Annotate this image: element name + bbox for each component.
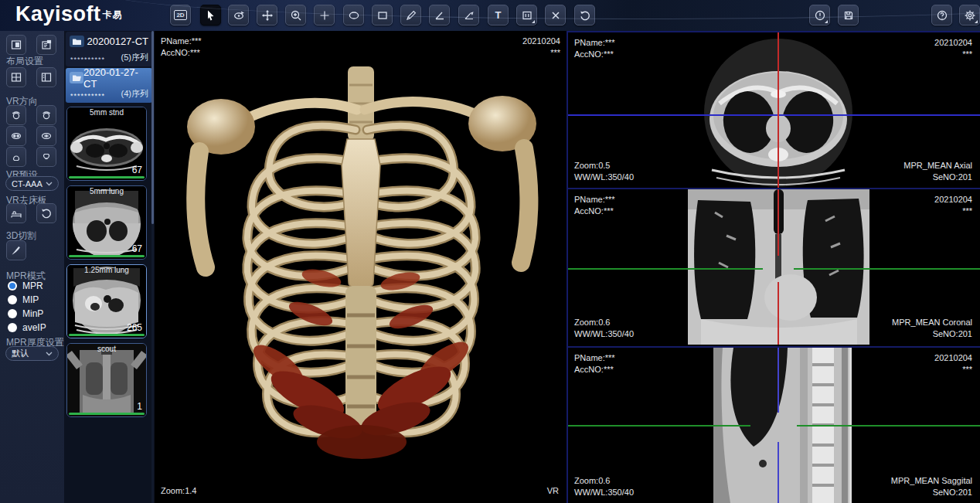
axial-crosshair-vertical-red[interactable] [778,32,779,188]
vr-ribcage-rendering [155,31,568,503]
tool-cobb-angle-button[interactable] [458,5,479,25]
app-logo-cn: 卡易 [103,9,123,20]
thumbnail-progress-bar [69,176,145,178]
layout-single-icon [10,39,22,51]
coronal-crosshair-vertical-red[interactable] [778,282,779,345]
study-item-1[interactable]: 20200127-CT ********** (5)序列 [66,32,152,66]
pname-overlay: PName:*** [574,352,615,364]
vr-orient-top-button[interactable] [6,147,26,167]
view-label-overlay: MPR_MEAN Coronal [892,317,972,328]
study-title: 20200127-CT [87,36,149,47]
mpr-sagittal-viewport[interactable]: PName:*** AccNO:*** 20210204 *** Zoom:0.… [568,348,980,503]
info-button[interactable] [809,5,830,25]
layout-report-button[interactable] [36,35,56,55]
thumbnail-label: scout [67,345,146,353]
scalpel-button[interactable] [6,240,26,260]
tool-text-button[interactable]: T [488,5,509,25]
vr-preset-select[interactable]: CT-AAA [5,176,59,191]
thumbnail-image-number: 265 [127,322,142,333]
vr-mode-overlay: VR [547,485,559,497]
series-thumbnail-125mm-lung[interactable]: 1.25mm lung 265 [66,264,147,338]
layout-grid-button[interactable] [6,67,26,87]
mpr-thickness-value: 默认 [12,348,29,359]
radio-label: MinP [22,308,43,319]
chevron-down-icon [46,182,53,186]
layout-report-icon [40,39,53,51]
date-overlay: 20210204 [934,37,972,49]
corner-flag [532,20,535,23]
vr-masked-id-overlay: *** [550,47,560,59]
tool-window-level-button[interactable] [516,5,537,25]
vr-preset-value: CT-AAA [12,179,43,189]
viewport-vertical-divider [567,31,568,503]
mpr-mode-option-mip[interactable]: MIP [8,294,39,306]
mpr-mode-option-aveip[interactable]: aveIP [8,321,46,334]
rectangle-icon [376,9,389,22]
mpr-coronal-viewport[interactable]: PName:*** AccNO:*** 20210204 *** Zoom:0.… [568,189,980,345]
vr-orient-back-button[interactable] [36,126,56,146]
vr-orient-rotate-left-button[interactable] [6,105,26,125]
accno-overlay: AccNO:*** [574,206,614,217]
layout-split-button[interactable] [36,67,56,87]
series-panel: 20200127-CT ********** (5)序列 2020-01-27-… [64,31,155,503]
masked-id-overlay: *** [962,49,972,60]
vr-orient-bottom-button[interactable] [36,147,56,167]
mpr-mode-option-minp[interactable]: MinP [8,308,43,320]
thumbnail-progress-bar [69,334,145,336]
head-front-icon [10,130,22,142]
head-bottom-icon [40,151,53,163]
coronal-crosshair-vertical-red[interactable] [778,189,779,256]
remove-bed-button[interactable] [6,203,26,223]
tool-pointer-button[interactable] [200,5,221,25]
view-label-overlay: MPR_MEAN Axial [903,160,972,172]
folder-closed-icon [70,36,84,47]
radio-selected-icon [8,281,17,291]
mpr-axial-viewport[interactable]: PName:*** AccNO:*** 20210204 *** Zoom:0.… [568,32,980,188]
mpr-thickness-select[interactable]: 默认 [5,346,59,361]
zoom-overlay: Zoom:0.6 [574,475,610,487]
save-button[interactable] [838,5,859,25]
tool-pan-button[interactable] [257,5,277,25]
settings-button[interactable] [959,5,980,25]
vr-viewport[interactable]: PName:*** AccNO:*** 20210204 *** Zoom:1.… [155,31,568,503]
coronal-crosshair-horizontal-green[interactable] [794,268,980,270]
tool-ellipse-button[interactable] [343,5,364,25]
cobb-angle-icon [463,9,475,22]
sagittal-crosshair-horizontal-green[interactable] [797,425,980,427]
axial-crosshair-horizontal-blue[interactable] [568,114,980,116]
tool-crosshair-button[interactable] [314,5,335,25]
series-thumbnail-scout[interactable]: scout 1 [66,343,147,417]
pan-icon [261,9,274,22]
sagittal-crosshair-horizontal-green[interactable] [568,425,750,427]
series-thumbnail-5mm-stnd[interactable]: 5mm stnd 67 [66,107,147,181]
tool-zoom-button[interactable] [285,5,306,25]
tool-angle-button[interactable] [429,5,450,25]
sagittal-crosshair-vertical-blue[interactable] [778,442,779,503]
pname-overlay: PName:*** [574,37,615,49]
series-scrollbar-thumb[interactable] [151,31,154,224]
tool-delete-button[interactable] [545,5,566,25]
vr-accno-overlay: AccNO:*** [161,47,200,59]
masked-id-overlay: *** [962,364,972,376]
tool-rotate3d-button[interactable] [228,5,249,25]
tool-reset-button[interactable] [574,5,595,25]
mpr-mode-option-mpr[interactable]: MPR [8,280,43,292]
coronal-crosshair-horizontal-green[interactable] [568,268,763,270]
wwwl-overlay: WW/WL:350/40 [574,487,634,498]
help-button[interactable] [931,5,952,25]
vr-orient-rotate-right-button[interactable] [36,105,56,125]
tool-pencil-button[interactable] [400,5,421,25]
tool-2d-mode-button[interactable]: 2D [170,5,191,25]
study-item-2-selected[interactable]: 2020-01-27-CT ********** (4)序列 [66,68,152,103]
pencil-icon [405,9,417,22]
text-tool-icon: T [495,10,502,20]
tool-rectangle-button[interactable] [372,5,393,25]
vr-orient-front-button[interactable] [6,126,26,146]
series-thumbnail-5mm-lung[interactable]: 5mm lung 67 [66,185,147,260]
wwwl-overlay: WW/WL:350/40 [574,328,634,340]
bed-reset-button[interactable] [36,203,56,223]
layout-single-button[interactable] [6,35,26,55]
delete-x-icon [550,9,562,22]
pointer-icon [205,9,217,22]
sagittal-crosshair-vertical-blue[interactable] [778,348,779,413]
